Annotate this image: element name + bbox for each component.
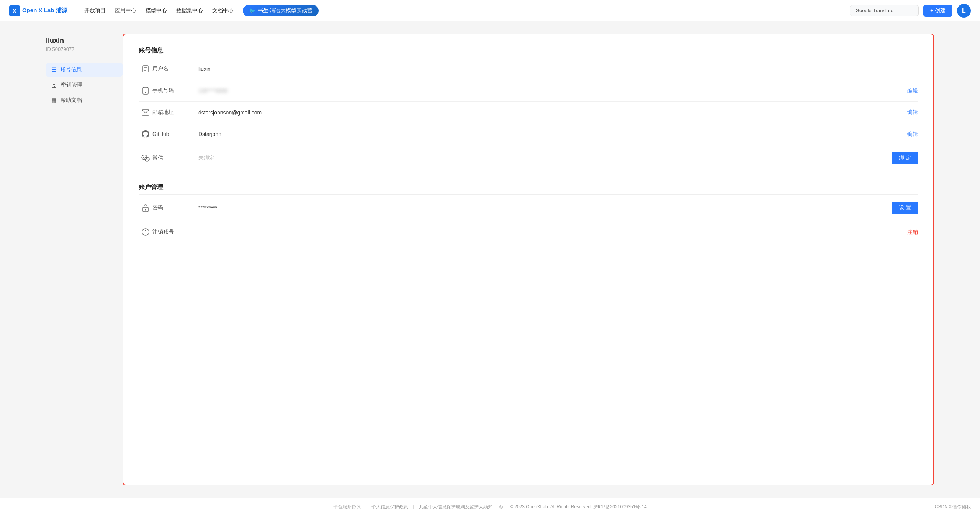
logo-icon: X <box>9 5 20 16</box>
wechat-action: 绑 定 <box>892 152 918 164</box>
username-label: 用户名 <box>152 65 198 72</box>
nav-app-center[interactable]: 应用中心 <box>115 7 136 14</box>
svg-rect-6 <box>143 87 148 94</box>
account-info-icon: ☰ <box>51 66 56 73</box>
phone-value: 138****8888 <box>198 88 907 94</box>
username-row: 用户名 liuxin <box>139 58 918 80</box>
phone-icon <box>139 87 152 95</box>
username-value: liuxin <box>198 66 918 72</box>
phone-action: 编辑 <box>907 87 918 95</box>
create-button[interactable]: + 创建 <box>923 5 952 17</box>
github-row: GitHub Dstarjohn 编辑 <box>139 123 918 145</box>
key-icon: ⚿ <box>51 82 57 88</box>
github-value: Dstarjohn <box>198 131 907 137</box>
sidebar-user-id: ID 50079077 <box>46 46 123 52</box>
logo-text: Open X Lab 浦源 <box>22 7 67 14</box>
footer-link-children[interactable]: 儿童个人信息保护规则及监护人须知 <box>419 504 492 510</box>
wechat-row: 微信 未绑定 绑 定 <box>139 145 918 171</box>
github-edit-button[interactable]: 编辑 <box>907 131 918 138</box>
password-icon <box>139 204 152 212</box>
phone-row: 手机号码 138****8888 编辑 <box>139 80 918 102</box>
header: X Open X Lab 浦源 开放项目 应用中心 模型中心 数据集中心 文档中… <box>0 0 980 21</box>
wechat-bind-button[interactable]: 绑 定 <box>892 152 918 164</box>
logo[interactable]: X Open X Lab 浦源 <box>9 5 67 16</box>
account-info-section: 账号信息 用户名 liuxin <box>139 47 918 171</box>
sidebar-label-help-docs: 帮助文档 <box>61 97 82 104</box>
footer-link-privacy[interactable]: 个人信息保护政策 <box>371 504 408 510</box>
svg-point-19 <box>145 230 146 231</box>
password-label: 密码 <box>152 204 198 211</box>
sidebar-username: liuxin <box>46 37 123 45</box>
email-value: dstarsjohnson@gmail.com <box>198 109 907 116</box>
footer-link-service[interactable]: 平台服务协议 <box>333 504 361 510</box>
cancel-account-label: 注销账号 <box>152 229 198 235</box>
github-label: GitHub <box>152 131 198 137</box>
footer-sep-3: © <box>499 505 503 510</box>
sidebar-item-key-management[interactable]: ⚿ 密钥管理 <box>46 78 123 92</box>
sidebar-nav: ☰ 账号信息 ⚿ 密钥管理 ▦ 帮助文档 <box>46 63 123 107</box>
sidebar-label-account-info: 账号信息 <box>60 66 82 73</box>
cancel-account-button[interactable]: 注销 <box>907 229 918 236</box>
account-manage-title: 账户管理 <box>139 183 918 191</box>
nav-dataset-center[interactable]: 数据集中心 <box>176 7 203 14</box>
avatar[interactable]: L <box>957 4 971 18</box>
svg-point-16 <box>145 209 146 211</box>
wechat-icon <box>139 154 152 162</box>
wechat-value: 未绑定 <box>198 155 892 162</box>
footer: 平台服务协议 ｜ 个人信息保护政策 ｜ 儿童个人信息保护规则及监护人须知 © ©… <box>0 498 980 516</box>
camp-emoji: 🐦 <box>249 8 255 14</box>
nav-highlight-camp[interactable]: 🐦 书生·浦语大模型实战营 <box>243 5 319 16</box>
phone-edit-button[interactable]: 编辑 <box>907 88 918 95</box>
svg-point-10 <box>143 157 144 158</box>
svg-text:X: X <box>13 8 16 14</box>
cancel-account-icon <box>139 228 152 236</box>
account-info-title: 账号信息 <box>139 47 918 55</box>
account-manage-section: 账户管理 密码 ********* 设 置 <box>139 183 918 243</box>
nav-model-center[interactable]: 模型中心 <box>146 7 167 14</box>
email-label: 邮箱地址 <box>152 109 198 116</box>
main-content: liuxin ID 50079077 ☰ 账号信息 ⚿ 密钥管理 ▦ 帮助文档 … <box>0 21 980 498</box>
password-set-button[interactable]: 设 置 <box>892 202 918 214</box>
content-panel: 账号信息 用户名 liuxin <box>123 34 934 485</box>
svg-point-13 <box>146 159 147 160</box>
svg-point-14 <box>148 159 149 160</box>
phone-label: 手机号码 <box>152 87 198 94</box>
footer-copyright: © 2023 OpenXLab. All Rights Reserved. 沪I… <box>510 504 647 510</box>
footer-csdn: CSDN ©懂你如我 <box>935 504 971 510</box>
password-row: 密码 ********* 设 置 <box>139 195 918 221</box>
footer-sep-1: ｜ <box>364 504 368 510</box>
github-action: 编辑 <box>907 131 918 138</box>
username-icon <box>139 65 152 73</box>
sidebar-label-key-management: 密钥管理 <box>61 82 82 88</box>
email-edit-button[interactable]: 编辑 <box>907 109 918 116</box>
sidebar: liuxin ID 50079077 ☰ 账号信息 ⚿ 密钥管理 ▦ 帮助文档 <box>46 34 123 485</box>
email-icon <box>139 109 152 116</box>
cancel-account-action: 注销 <box>907 229 918 236</box>
help-docs-icon: ▦ <box>51 97 57 104</box>
nav-docs-center[interactable]: 文档中心 <box>212 7 234 14</box>
sidebar-item-account-info[interactable]: ☰ 账号信息 <box>46 63 123 77</box>
footer-links: 平台服务协议 ｜ 个人信息保护政策 ｜ 儿童个人信息保护规则及监护人须知 © ©… <box>333 504 647 510</box>
wechat-label: 微信 <box>152 155 198 162</box>
google-translate[interactable]: Google Translate <box>850 5 919 16</box>
cancel-account-row: 注销账号 注销 <box>139 221 918 243</box>
github-icon <box>139 130 152 138</box>
email-action: 编辑 <box>907 109 918 116</box>
header-right: Google Translate + 创建 L <box>850 4 971 18</box>
sidebar-item-help-docs[interactable]: ▦ 帮助文档 <box>46 93 123 107</box>
footer-sep-2: ｜ <box>411 504 416 510</box>
nav-open-projects[interactable]: 开放项目 <box>84 7 106 14</box>
email-row: 邮箱地址 dstarsjohnson@gmail.com 编辑 <box>139 102 918 123</box>
password-action: 设 置 <box>892 202 918 214</box>
password-value: ********* <box>198 205 892 211</box>
main-nav: 开放项目 应用中心 模型中心 数据集中心 文档中心 🐦 书生·浦语大模型实战营 <box>84 5 319 16</box>
